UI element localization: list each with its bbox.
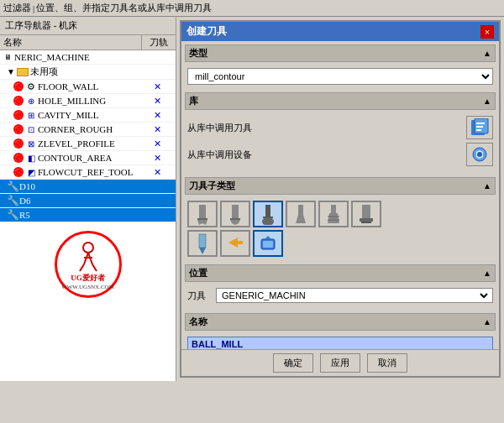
- tool-subtype-label: 刀具子类型: [189, 180, 235, 192]
- from-device-label: 从库中调用设备: [187, 149, 252, 161]
- svg-rect-17: [230, 218, 240, 220]
- cancel-button[interactable]: 取消: [367, 353, 407, 373]
- op-type-icon: ⊠: [25, 138, 37, 149]
- op-status-icon: 🚫: [13, 110, 24, 120]
- logo-graphic: [67, 239, 109, 273]
- tree-item-machine[interactable]: 🖥 NERIC_MACHINE: [0, 50, 176, 65]
- svg-rect-19: [265, 205, 270, 217]
- location-section-header[interactable]: 位置 ▲: [185, 264, 496, 282]
- logo-text: UG爱好者: [71, 273, 105, 284]
- tree-item-unused[interactable]: ▼ 未用项: [0, 65, 176, 80]
- svg-rect-24: [331, 205, 336, 213]
- tree-item-d6[interactable]: 🔧 D6: [0, 194, 176, 208]
- library-icon: [470, 118, 490, 137]
- create-tool-dialog: 创建刀具 × 类型 ▲ mill_contour 库 ▲ 从库中调用刀具: [180, 20, 501, 378]
- tree-item-zlevel[interactable]: 🚫 ⊠ ZLEVEL_PROFILE ✕: [0, 137, 176, 151]
- library-section-label: 库: [189, 95, 198, 107]
- confirm-button[interactable]: 确定: [273, 353, 313, 373]
- drill-icon: [193, 232, 212, 254]
- svg-rect-8: [476, 123, 485, 124]
- unused-label: 未用项: [30, 65, 58, 78]
- library-section-arrow: ▲: [483, 97, 491, 106]
- logo-subtext: WWW.UGSNX.COM: [61, 284, 114, 290]
- svg-line-5: [92, 264, 97, 271]
- apply-button[interactable]: 应用: [320, 353, 360, 373]
- contour-area-label: CONTOUR_AREA: [38, 153, 112, 163]
- location-row: 刀具 GENERIC_MACHIN: [187, 288, 493, 303]
- op-type-icon: ⚙: [25, 81, 37, 92]
- tool-subtype-content: [185, 198, 496, 259]
- tool-type-btn-9[interactable]: [253, 230, 283, 257]
- from-library-label: 从库中调用刀具: [187, 122, 252, 134]
- col-tool: 刀轨: [142, 35, 176, 50]
- tree-item-cavity-mill[interactable]: 🚫 ⊞ CAVITY_MILL ✕: [0, 108, 176, 123]
- from-library-button[interactable]: [466, 116, 493, 139]
- svg-marker-36: [265, 236, 271, 239]
- name-input[interactable]: [192, 339, 489, 349]
- tool-location-label: 刀具: [187, 290, 213, 302]
- svg-marker-15: [197, 220, 207, 225]
- panel-title: 工序导航器 - 机床: [5, 19, 77, 32]
- tree-area[interactable]: 🖥 NERIC_MACHINE ▼ 未用项 🚫 ⚙ FLO: [0, 50, 176, 381]
- library-section-header[interactable]: 库 ▲: [185, 92, 496, 110]
- dialog-close-button[interactable]: ×: [480, 25, 494, 39]
- machine-label: NERIC_MACHINE: [14, 52, 90, 62]
- svg-marker-25: [328, 213, 339, 223]
- thread-mill-icon: [324, 203, 343, 225]
- dialog-titlebar: 创建刀具 ×: [181, 22, 499, 41]
- location-select[interactable]: GENERIC_MACHIN: [218, 290, 491, 301]
- contour-area-x: ✕: [140, 153, 174, 164]
- location-section-arrow: ▲: [483, 269, 491, 278]
- svg-rect-29: [360, 218, 373, 222]
- tool-type-btn-8[interactable]: [220, 230, 250, 257]
- name-input-wrapper: [187, 337, 493, 349]
- flowcut-label: FLOWCUT_REF_TOOL: [38, 167, 133, 177]
- svg-marker-18: [230, 220, 240, 225]
- svg-rect-30: [361, 222, 371, 223]
- zlevel-label: ZLEVEL_PROFILE: [38, 138, 115, 149]
- tool-type-btn-3[interactable]: [253, 201, 283, 227]
- type-dropdown[interactable]: mill_contour: [187, 68, 493, 85]
- tree-item-d10[interactable]: 🔧 D10: [0, 180, 176, 194]
- hole-milling-label: HOLE_MILLING: [38, 96, 106, 106]
- toolbar: 过滤器 | 位置、组、并指定刀具名或从库中调用刀具: [0, 0, 504, 17]
- svg-rect-16: [232, 205, 239, 218]
- taper-mill-icon: [291, 203, 310, 225]
- tree-item-hole-milling[interactable]: 🚫 ⊕ HOLE_MILLING ✕: [0, 94, 176, 108]
- tree-item-flowcut[interactable]: 🚫 ◩ FLOWCUT_REF_TOOL ✕: [0, 165, 176, 180]
- svg-point-21: [262, 217, 274, 225]
- d6-label: D6: [19, 196, 30, 206]
- op-status-icon: 🚫: [13, 167, 24, 177]
- location-section-label: 位置: [189, 267, 207, 279]
- tool-type-btn-7[interactable]: [187, 230, 218, 257]
- tool-type-btn-1[interactable]: [187, 201, 218, 227]
- location-dropdown[interactable]: GENERIC_MACHIN: [216, 288, 493, 303]
- hole-milling-x: ✕: [140, 96, 174, 107]
- menu-filter[interactable]: 过滤器: [3, 2, 31, 14]
- svg-marker-23: [296, 215, 306, 223]
- from-device-button[interactable]: [466, 143, 493, 166]
- col-name: 名称: [0, 35, 142, 50]
- type-section-header[interactable]: 类型 ▲: [185, 44, 496, 62]
- op-type-icon: ⊞: [25, 109, 37, 121]
- svg-rect-28: [362, 205, 370, 218]
- machine-icon: 🖥: [2, 51, 13, 63]
- tool-type-btn-2[interactable]: [220, 201, 250, 227]
- tree-item-contour-area[interactable]: 🚫 ◧ CONTOUR_AREA ✕: [0, 151, 176, 165]
- tool-type-btn-4[interactable]: [286, 201, 316, 227]
- corner-rough-label: CORNER_ROUGH: [38, 124, 113, 134]
- op-type-icon: ⊡: [25, 123, 37, 135]
- name-section-header[interactable]: 名称 ▲: [185, 313, 496, 331]
- svg-rect-31: [199, 234, 206, 248]
- library-section-content: 从库中调用刀具 从库中调用设备: [185, 113, 496, 172]
- face-mill-icon: [357, 203, 375, 225]
- tool-subtype-section-header[interactable]: 刀具子类型 ▲: [185, 177, 496, 195]
- r5-label: R5: [19, 210, 30, 220]
- tree-item-floor-wall[interactable]: 🚫 ⚙ FLOOR_WALL ✕: [0, 80, 176, 94]
- tree-item-r5[interactable]: 🔧 R5: [0, 208, 176, 222]
- from-device-row: 从库中调用设备: [187, 143, 493, 166]
- tool-type-btn-6[interactable]: [351, 201, 381, 227]
- op-status-icon: 🚫: [13, 96, 24, 106]
- tool-type-btn-5[interactable]: [318, 201, 349, 227]
- tree-item-corner-rough[interactable]: 🚫 ⊡ CORNER_ROUGH ✕: [0, 123, 176, 137]
